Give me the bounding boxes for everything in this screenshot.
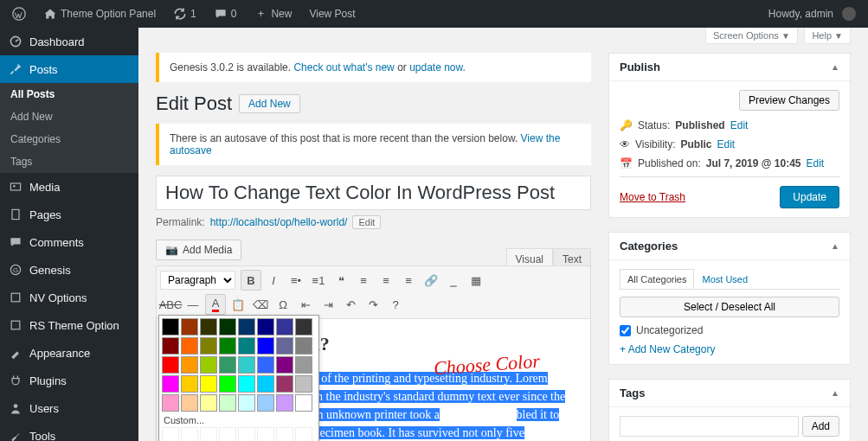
tags-input[interactable] bbox=[620, 416, 799, 437]
howdy-link[interactable]: Howdy, admin bbox=[762, 0, 863, 28]
outdent-button[interactable]: ⇤ bbox=[295, 294, 316, 315]
color-swatch[interactable] bbox=[276, 394, 293, 412]
add-media-button[interactable]: 📷Add Media bbox=[156, 240, 241, 260]
indent-button[interactable]: ⇥ bbox=[318, 294, 338, 315]
color-swatch[interactable] bbox=[257, 394, 274, 412]
submenu-tags[interactable]: Tags bbox=[0, 150, 138, 173]
post-title-input[interactable] bbox=[156, 176, 591, 210]
color-swatch[interactable] bbox=[181, 337, 198, 355]
color-swatch[interactable] bbox=[200, 375, 217, 393]
select-deselect-button[interactable]: Select / Deselect All bbox=[620, 297, 839, 317]
publish-header[interactable]: Publish▲ bbox=[609, 54, 850, 81]
align-center-button[interactable]: ≡ bbox=[376, 270, 396, 291]
color-swatch[interactable] bbox=[200, 318, 217, 336]
paste-text-button[interactable]: 📋 bbox=[228, 294, 248, 315]
menu-nv-options[interactable]: NV Options bbox=[0, 284, 138, 311]
color-swatch[interactable] bbox=[181, 375, 198, 393]
color-swatch[interactable] bbox=[162, 356, 179, 374]
update-now-link[interactable]: update now bbox=[409, 61, 462, 74]
color-swatch[interactable] bbox=[162, 394, 179, 412]
color-swatch[interactable] bbox=[181, 394, 198, 412]
color-swatch[interactable] bbox=[219, 394, 236, 412]
color-swatch[interactable] bbox=[295, 337, 312, 355]
menu-comments[interactable]: Comments bbox=[0, 228, 138, 256]
link-button[interactable]: 🔗 bbox=[421, 270, 441, 291]
format-select[interactable]: Paragraph bbox=[160, 271, 235, 290]
preview-button[interactable]: Preview Changes bbox=[739, 90, 839, 111]
color-swatch[interactable] bbox=[295, 356, 312, 374]
wp-logo[interactable] bbox=[5, 0, 33, 28]
toolbar-toggle-button[interactable]: ▦ bbox=[466, 270, 486, 291]
quote-button[interactable]: ❝ bbox=[331, 270, 351, 291]
update-button[interactable]: Update bbox=[780, 186, 839, 208]
color-swatch[interactable] bbox=[162, 318, 179, 336]
color-swatch[interactable] bbox=[257, 318, 274, 336]
color-swatch-empty[interactable] bbox=[238, 427, 255, 441]
color-swatch[interactable] bbox=[219, 375, 236, 393]
move-to-trash-link[interactable]: Move to Trash bbox=[620, 191, 685, 203]
color-swatch[interactable] bbox=[162, 337, 179, 355]
special-char-button[interactable]: Ω bbox=[273, 294, 293, 315]
site-name-link[interactable]: Theme Option Panel bbox=[36, 0, 163, 28]
color-swatch[interactable] bbox=[295, 318, 312, 336]
color-swatch[interactable] bbox=[238, 394, 255, 412]
menu-genesis[interactable]: GGenesis bbox=[0, 256, 138, 284]
color-swatch-empty[interactable] bbox=[257, 427, 274, 441]
view-post-link[interactable]: View Post bbox=[302, 0, 362, 28]
visibility-edit-link[interactable]: Edit bbox=[717, 138, 735, 150]
color-swatch-empty[interactable] bbox=[295, 427, 312, 441]
color-swatch[interactable] bbox=[219, 356, 236, 374]
categories-header[interactable]: Categories▲ bbox=[609, 233, 850, 260]
color-swatch[interactable] bbox=[276, 318, 293, 336]
status-edit-link[interactable]: Edit bbox=[730, 119, 749, 131]
permalink-edit-button[interactable]: Edit bbox=[352, 215, 381, 229]
menu-dashboard[interactable]: Dashboard bbox=[0, 28, 138, 55]
hr-button[interactable]: — bbox=[183, 294, 203, 315]
color-swatch[interactable] bbox=[200, 337, 217, 355]
bullet-list-button[interactable]: ≡• bbox=[286, 270, 306, 291]
help-tab[interactable]: Help ▼ bbox=[804, 28, 851, 44]
color-swatch[interactable] bbox=[295, 394, 312, 412]
updates-link[interactable]: 1 bbox=[166, 0, 203, 28]
color-swatch[interactable] bbox=[181, 318, 198, 336]
color-swatch[interactable] bbox=[238, 356, 255, 374]
italic-button[interactable]: I bbox=[263, 270, 284, 291]
color-swatch[interactable] bbox=[219, 337, 236, 355]
color-swatch[interactable] bbox=[276, 356, 293, 374]
checkout-link[interactable]: Check out what's new bbox=[293, 61, 394, 74]
menu-pages[interactable]: Pages bbox=[0, 201, 138, 228]
category-checkbox[interactable] bbox=[620, 325, 631, 336]
color-swatch[interactable] bbox=[238, 318, 255, 336]
permalink-link[interactable]: http://localhost/op/hello-world/ bbox=[210, 216, 348, 228]
align-left-button[interactable]: ≡ bbox=[353, 270, 374, 291]
number-list-button[interactable]: ≡1 bbox=[308, 270, 329, 291]
add-tag-button[interactable]: Add bbox=[802, 416, 839, 437]
new-link[interactable]: +New bbox=[247, 0, 299, 28]
clear-format-button[interactable]: ⌫ bbox=[250, 294, 271, 315]
add-new-button[interactable]: Add New bbox=[239, 94, 300, 113]
text-color-button[interactable]: A bbox=[205, 294, 226, 315]
color-swatch[interactable] bbox=[276, 337, 293, 355]
menu-plugins[interactable]: Plugins bbox=[0, 367, 138, 394]
color-swatch[interactable] bbox=[257, 375, 274, 393]
color-swatch[interactable] bbox=[295, 375, 312, 393]
color-swatch[interactable] bbox=[276, 375, 293, 393]
screen-options-tab[interactable]: Screen Options ▼ bbox=[705, 28, 798, 44]
tab-most-used[interactable]: Most Used bbox=[694, 269, 755, 289]
redo-button[interactable]: ↷ bbox=[363, 294, 383, 315]
menu-media[interactable]: Media bbox=[0, 173, 138, 201]
tab-all-categories[interactable]: All Categories bbox=[620, 269, 694, 289]
color-swatch[interactable] bbox=[238, 337, 255, 355]
menu-posts[interactable]: Posts bbox=[0, 55, 138, 83]
more-button[interactable]: ⎯ bbox=[443, 270, 464, 291]
color-swatch[interactable] bbox=[238, 375, 255, 393]
color-swatch[interactable] bbox=[181, 356, 198, 374]
color-swatch-empty[interactable] bbox=[162, 427, 179, 441]
color-swatch[interactable] bbox=[162, 375, 179, 393]
undo-button[interactable]: ↶ bbox=[340, 294, 361, 315]
add-category-link[interactable]: + Add New Category bbox=[620, 343, 715, 355]
tags-header[interactable]: Tags▲ bbox=[609, 380, 850, 407]
comments-link[interactable]: 0 bbox=[207, 0, 244, 28]
color-swatch[interactable] bbox=[257, 337, 274, 355]
color-swatch[interactable] bbox=[219, 318, 236, 336]
